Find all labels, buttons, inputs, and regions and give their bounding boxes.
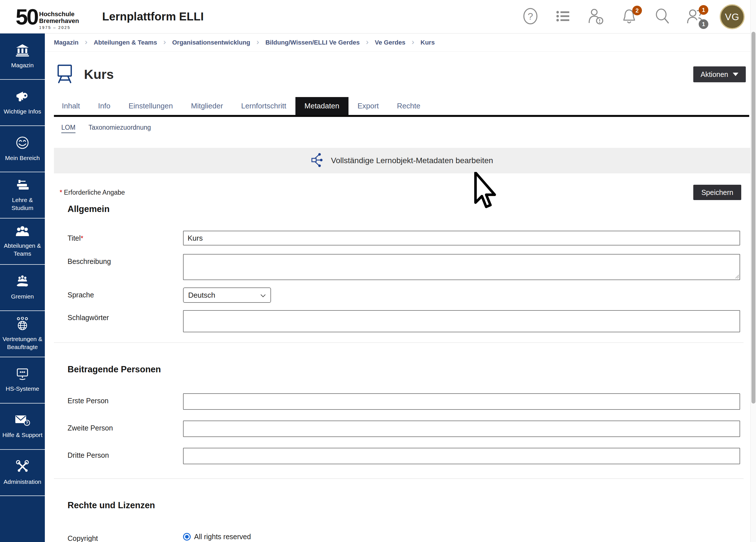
dritte-person-input[interactable] <box>183 448 740 464</box>
sidebar-item-label: Wichtige Infos <box>3 108 42 115</box>
actions-button[interactable]: Aktionen <box>693 66 746 82</box>
resize-handle-icon[interactable] <box>735 274 739 278</box>
required-note: *Erforderliche Angabe <box>60 188 125 196</box>
schlagwoerter-textarea[interactable] <box>183 310 740 332</box>
sidebar-item-administration[interactable]: Administration <box>0 450 45 496</box>
main-menu-button[interactable] <box>555 8 572 26</box>
sidebar-item-wichtige-infos[interactable]: Wichtige Infos <box>0 80 45 126</box>
sidebar-item-mein-bereich[interactable]: Mein Bereich <box>0 126 45 172</box>
notifications-button[interactable]: 2 <box>621 8 637 26</box>
avatar[interactable]: VG <box>720 4 745 29</box>
tab-rechte[interactable]: Rechte <box>388 97 429 115</box>
beschreibung-row: Beschreibung <box>68 254 740 280</box>
sidebar-item-label: Mein Bereich <box>4 154 41 162</box>
breadcrumb-bildung-wissen[interactable]: Bildung/Wissen/ELLI Ve Gerdes <box>265 39 360 46</box>
logo-50-text: 50 <box>16 6 37 27</box>
main-content: Magazin › Abteilungen & Teams › Organisa… <box>45 33 750 542</box>
logo-text: Hochschule Bremerhaven 1975 – 2025 <box>39 11 79 30</box>
list-icon <box>556 9 571 25</box>
subtab-taxonomiezuordnung[interactable]: Taxonomiezuordnung <box>89 124 151 133</box>
sidebar-item-hs-systeme[interactable]: *** HS-Systeme <box>0 357 45 404</box>
sidebar: Magazin Wichtige Infos Mein Bereich Lehr… <box>0 33 45 542</box>
people-hand-icon <box>15 275 30 289</box>
monitor-icon: *** <box>15 368 30 381</box>
caret-down-icon <box>733 73 738 76</box>
contacts-button[interactable]: 1 1 <box>687 8 703 26</box>
tab-lernfortschritt[interactable]: Lernfortschritt <box>232 97 295 115</box>
zweite-person-label: Zweite Person <box>68 421 183 437</box>
titel-input[interactable] <box>183 231 740 245</box>
sprache-label: Sprache <box>68 287 183 303</box>
logo-line1: Hochschule <box>39 11 79 18</box>
section-title-rechte: Rechte und Lizenzen <box>68 500 750 511</box>
tab-mitglieder[interactable]: Mitglieder <box>182 97 232 115</box>
tab-underline <box>54 115 749 117</box>
sidebar-item-label: Gremien <box>10 293 35 300</box>
globe-people-icon <box>16 317 29 332</box>
breadcrumb-kurs[interactable]: Kurs <box>421 39 435 46</box>
schlagwoerter-row: Schlagwörter <box>68 310 740 332</box>
erste-person-input[interactable] <box>183 393 740 410</box>
help-button[interactable]: ? <box>522 8 539 26</box>
tab-info[interactable]: Info <box>89 97 119 115</box>
chevron-right-icon: › <box>163 37 166 47</box>
sidebar-item-magazin[interactable]: Magazin <box>0 33 45 80</box>
save-button[interactable]: Speichern <box>693 185 741 200</box>
tab-export[interactable]: Export <box>348 97 388 115</box>
breadcrumb-magazin[interactable]: Magazin <box>54 39 79 46</box>
svg-text:?: ? <box>528 11 533 22</box>
sidebar-item-vertretungen[interactable]: Vertretungen & Beauftragte <box>0 311 45 357</box>
svg-text:?: ? <box>26 421 28 425</box>
sidebar-item-lehre-studium[interactable]: Lehre & Studium <box>0 172 45 219</box>
beschreibung-label: Beschreibung <box>68 254 183 280</box>
chevron-right-icon: › <box>85 37 87 47</box>
sidebar-item-label: Lehre & Studium <box>0 196 45 212</box>
radio-checked-icon[interactable] <box>183 533 191 541</box>
svg-text:***: *** <box>20 370 25 376</box>
required-asterisk: * <box>60 188 62 196</box>
actions-button-label: Aktionen <box>701 70 728 79</box>
subtab-lom[interactable]: LOM <box>61 124 75 133</box>
tab-metadaten[interactable]: Metadaten <box>295 97 348 115</box>
search-icon <box>654 8 670 26</box>
sprache-row: Sprache Deutsch <box>68 287 740 303</box>
edit-full-metadata-banner[interactable]: Vollständige Lernobjekt-Metadaten bearbe… <box>54 148 750 173</box>
breadcrumb-ve-gerdes[interactable]: Ve Gerdes <box>375 39 406 46</box>
sidebar-item-hilfe-support[interactable]: ? Hilfe & Support <box>0 404 45 450</box>
erste-person-row: Erste Person <box>68 393 740 410</box>
copyright-option-all-rights-reserved[interactable]: All rights reserved <box>183 533 740 541</box>
logo-years: 1975 – 2025 <box>39 25 79 30</box>
node-tree-icon <box>311 153 325 168</box>
copyright-label: Copyright <box>68 531 183 542</box>
required-asterisk: * <box>81 234 83 242</box>
form-toolbar: *Erforderliche Angabe Speichern <box>60 185 741 200</box>
scrollbar-thumb[interactable] <box>751 32 755 404</box>
sidebar-item-label: Abteilungen & Teams <box>0 242 45 257</box>
section-title-beitragende: Beitragende Personen <box>68 364 750 375</box>
copyright-option-label: All rights reserved <box>194 533 251 541</box>
breadcrumb-organisationsentwicklung[interactable]: Organisationsentwicklung <box>172 39 250 46</box>
beschreibung-textarea[interactable] <box>183 254 740 280</box>
zweite-person-input[interactable] <box>183 421 740 437</box>
chevron-down-icon <box>260 291 266 300</box>
course-easel-icon <box>57 64 73 85</box>
tab-inhalt[interactable]: Inhalt <box>53 97 89 115</box>
page-title: Kurs <box>84 67 114 82</box>
sprache-select[interactable]: Deutsch <box>183 287 271 303</box>
schlagwoerter-label: Schlagwörter <box>68 310 183 332</box>
awareness-button[interactable] <box>588 8 604 26</box>
breadcrumb-abteilungen-teams[interactable]: Abteilungen & Teams <box>94 39 157 46</box>
titel-label: Titel* <box>68 231 183 245</box>
help-icon: ? <box>523 7 538 26</box>
search-button[interactable] <box>654 8 670 26</box>
edit-full-metadata-label: Vollständige Lernobjekt-Metadaten bearbe… <box>331 156 493 165</box>
tab-einstellungen[interactable]: Einstellungen <box>119 97 182 115</box>
vertical-scrollbar[interactable] <box>750 0 756 542</box>
contacts-badge-total: 1 <box>699 19 708 29</box>
university-logo: 50 Hochschule Bremerhaven 1975 – 2025 <box>16 3 87 30</box>
chevron-right-icon: › <box>411 37 414 47</box>
megaphone-icon <box>15 90 30 104</box>
sidebar-item-gremien[interactable]: Gremien <box>0 265 45 311</box>
notifications-badge: 2 <box>632 6 642 15</box>
sidebar-item-abteilungen-teams[interactable]: Abteilungen & Teams <box>0 219 45 265</box>
